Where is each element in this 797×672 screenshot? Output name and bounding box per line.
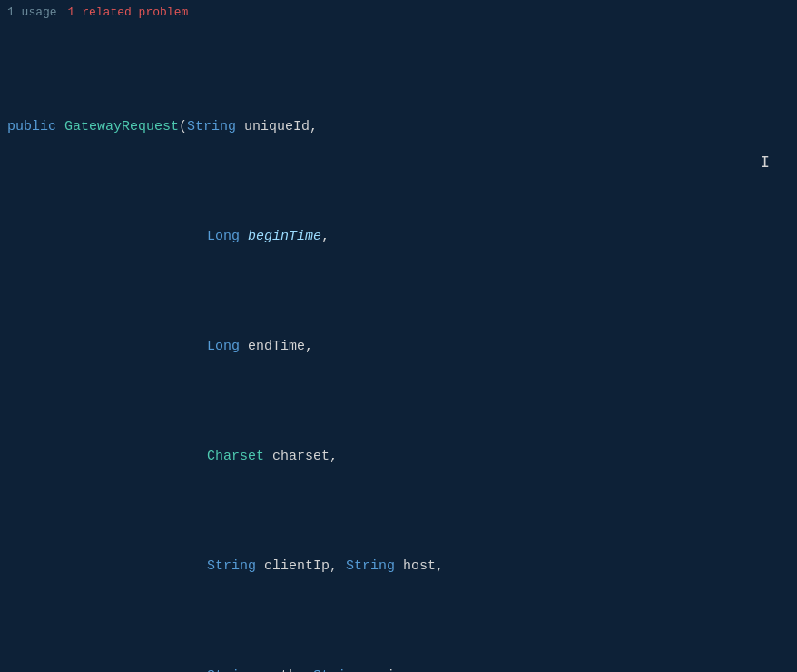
line-endtime: Long endTime,	[0, 336, 797, 359]
classname-gatewayrequest: GatewayRequest	[64, 116, 179, 138]
problem-link[interactable]: 1 related problem	[68, 4, 189, 23]
keyword-long-1: Long	[207, 226, 240, 248]
keyword-string-1: String	[187, 116, 236, 138]
keyword-string-2: String	[207, 556, 256, 578]
classname-charset: Charset	[207, 446, 264, 468]
keyword-long-2: Long	[207, 336, 240, 358]
keyword-string-5: String	[313, 666, 362, 672]
keyword-string-4: String	[207, 666, 256, 672]
code-content: public GatewayRequest(String uniqueId, L…	[0, 25, 797, 672]
line-charset: Charset charset,	[0, 446, 797, 469]
keyword-string-3: String	[346, 556, 395, 578]
header-bar: 1 usage 1 related problem	[0, 0, 797, 25]
line-clientip-host: String clientIp, String host,	[0, 556, 797, 578]
line-path-uri: String path, String uri,	[0, 666, 797, 672]
line-constructor: public GatewayRequest(String uniqueId,	[0, 116, 797, 139]
usage-count: 1 usage	[7, 4, 57, 23]
text-cursor: I	[760, 150, 770, 176]
code-editor: 1 usage 1 related problem public Gateway…	[0, 0, 797, 672]
keyword-public: public	[7, 116, 56, 138]
line-begintime: Long beginTime,	[0, 226, 797, 249]
param-begintime: beginTime	[248, 226, 321, 248]
